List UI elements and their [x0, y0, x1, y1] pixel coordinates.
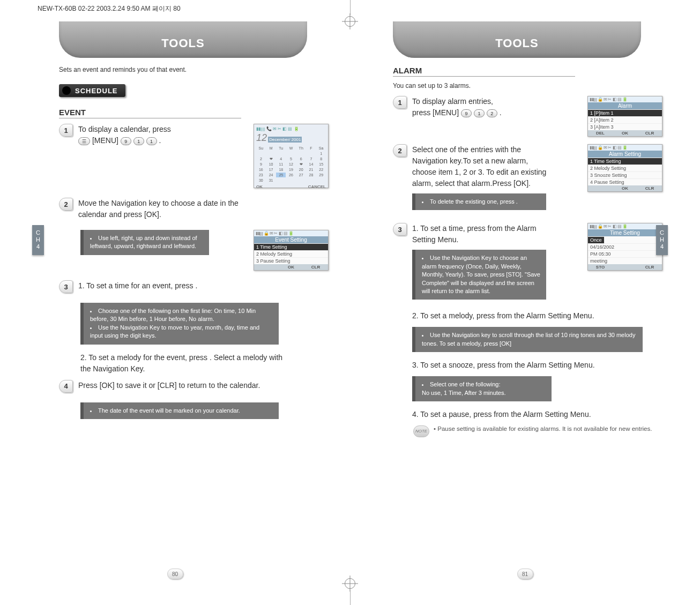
text: press [MENU] [412, 108, 459, 117]
page-number: 81 [517, 569, 533, 579]
tip-text: Use the Navigation Key to move to year, … [90, 324, 273, 340]
step-number: 2 [393, 144, 407, 157]
cal-date: 12 [256, 132, 267, 143]
substep-4: 4. To set a pause, press from the Alarm … [412, 409, 627, 420]
softkey-icon: ☰ [78, 137, 90, 145]
tip-text: Select one of the following: [422, 380, 546, 389]
step-text: Move the Navigation key to choose a date… [78, 198, 266, 220]
chapter-tab: CH4 [32, 225, 44, 255]
chapter-tab: CH4 [656, 225, 668, 255]
key-icon: 2 [487, 109, 497, 117]
screen-row: 1 [P]Item 1 [588, 109, 662, 116]
page-subtitle: You can set up to 3 alarms. [393, 82, 662, 89]
tip-box: Use the Navigation key to scroll through… [412, 327, 643, 352]
screen-row: PM 05:30 [588, 250, 662, 257]
cal-month: December/ 2001 [268, 137, 302, 143]
btn-clr: CLR [637, 264, 662, 270]
heading-event: EVENT [59, 108, 241, 118]
section-label-text: SCHEDULE [75, 87, 118, 95]
screen-alarm-list: ▮▮|||| 🔒 ✉ ✂ ◧ ▤ 🔋 Alarm 1 [P]Item 1 2 [… [587, 96, 662, 137]
screen-event-setting: ▮▮|||| 🔒 ✉ ✂ ◧ ▤ 🔋 Event Setting 1 Time … [254, 230, 329, 271]
calendar-screenshot: ▮▮|||| 📞 ✉ ✂ ◧ ▤ 🔋 12 December/ 2001 SuM… [254, 124, 329, 188]
screen-row: 3 Snooze Setting [588, 171, 662, 178]
btn-clr: CLR [637, 185, 662, 191]
tip-text: The date of the event will be marked on … [90, 407, 273, 415]
screen-row: 4 Pause Setting [588, 178, 662, 185]
step-4: 4 Press [OK] to save it or [CLR] to retu… [59, 380, 329, 393]
page-title: TOOLS [393, 21, 641, 58]
btn-del: DEL [588, 130, 613, 136]
tip-text: To delete the existing one, press . [422, 198, 541, 206]
screen-row: 3 Pause Setting [254, 257, 328, 264]
btn-clr: CLR [637, 130, 662, 136]
dot-icon [62, 86, 71, 95]
screen-row: 2 [A]Item 2 [588, 116, 662, 123]
tip-box: Use the Navigation Key to choose an alar… [412, 250, 546, 300]
step-number: 2 [59, 198, 73, 211]
tip-box: The date of the event will be marked on … [80, 402, 279, 419]
heading-alarm: ALARM [393, 66, 575, 77]
btn-ok: OK [613, 130, 637, 136]
step-text: To display alarm entries, press [MENU] 9… [412, 96, 502, 118]
step-number: 3 [393, 223, 407, 236]
btn-ok: OK [613, 185, 637, 191]
step-3: 3 1. To set a time, press from the Alarm… [393, 223, 582, 245]
substep-3: 3. To set a snooze, press from the Alarm… [412, 360, 627, 371]
page-subtitle: Sets an event and reminds you of that ev… [59, 66, 329, 73]
btn-sto: STO [588, 264, 613, 270]
page-title: TOOLS [59, 21, 307, 58]
key-icon: 9 [461, 109, 472, 117]
step-1: 1 To display alarm entries, press [MENU]… [393, 96, 502, 118]
step-text: To display a calendar, press ☰ [MENU] 9 … [78, 124, 248, 146]
tip-box: Select one of the following: No use, 1 T… [412, 376, 552, 401]
key-icon: 1 [133, 137, 144, 145]
step-number: 1 [393, 96, 407, 109]
btn-cancel: CANCEL [308, 184, 326, 190]
step-number: 1 [59, 124, 73, 137]
screen-title: Time Setting [588, 229, 662, 236]
text: [MENU] [92, 136, 118, 145]
crop-mark [350, 590, 351, 605]
page-right: TOOLS ALARM You can set up to 3 alarms. … [350, 0, 700, 605]
btn-ok: OK [256, 184, 263, 190]
key-icon: 1 [474, 109, 485, 117]
screen-row: 04/16/2002 [588, 243, 662, 250]
note-row: NOTE • Pause setting is available for ex… [413, 425, 654, 437]
tip-box: To delete the existing one, press . [412, 193, 546, 210]
text: To display alarm entries, [412, 97, 493, 106]
screen-row: 1 Time Setting [254, 243, 328, 250]
screen-title: Event Setting [254, 236, 328, 243]
tip-text: Use the Navigation key to scroll through… [422, 331, 637, 348]
step-text: Press [OK] to save it or [CLR] to return… [78, 380, 260, 391]
step-2: 2 Move the Navigation key to choose a da… [59, 198, 329, 220]
btn-ok: OK [279, 264, 303, 270]
screen-row: meeting [588, 257, 662, 264]
step-number: 3 [59, 280, 73, 293]
screen-row: 1 Time Setting [588, 158, 662, 165]
text: To display a calendar, press [78, 125, 171, 133]
step-text: Select one of the entries with the Navig… [412, 144, 552, 189]
tip-box: Use left, right, up and down instead of … [80, 230, 209, 255]
step-number: 4 [59, 380, 73, 393]
key-icon: 1 [146, 137, 157, 145]
screen-title: Alarm [588, 102, 662, 109]
screen-title: Alarm Setting [588, 151, 662, 158]
key-icon: 9 [121, 137, 131, 145]
screen-time-setting: ▮▮|||| 🔒 ✉ ✂ ◧ ▤ 🔋 Time Setting Once 04/… [587, 223, 662, 271]
screen-row: 2 Melody Setting [588, 165, 662, 171]
screen-row: Once [588, 236, 604, 243]
substep-2: 2. To set a melody for the event, press … [80, 352, 295, 375]
note-icon: NOTE [413, 425, 429, 437]
tip-box: Choose one of the following on the first… [80, 303, 279, 345]
step-text: 1. To set a time, press from the Alarm S… [412, 223, 546, 245]
spread: TOOLS Sets an event and reminds you of t… [0, 0, 700, 605]
tip-text: Use left, right, up and down instead of … [90, 234, 204, 251]
btn-clr: CLR [303, 264, 328, 270]
screen-alarm-setting: ▮▮|||| 🔒 ✉ ✂ ◧ ▤ 🔋 Alarm Setting 1 Time … [587, 144, 662, 192]
page-number: 80 [167, 569, 183, 579]
note-text: Pause setting is available for existing … [437, 425, 652, 432]
tip-text: No use, 1 Time, After 3 minutes. [422, 389, 546, 397]
step-1: 1 To display a calendar, press ☰ [MENU] … [59, 124, 329, 188]
step-3: 3 1. To set a time for an event, press . [59, 280, 329, 293]
registration-mark [345, 578, 355, 589]
